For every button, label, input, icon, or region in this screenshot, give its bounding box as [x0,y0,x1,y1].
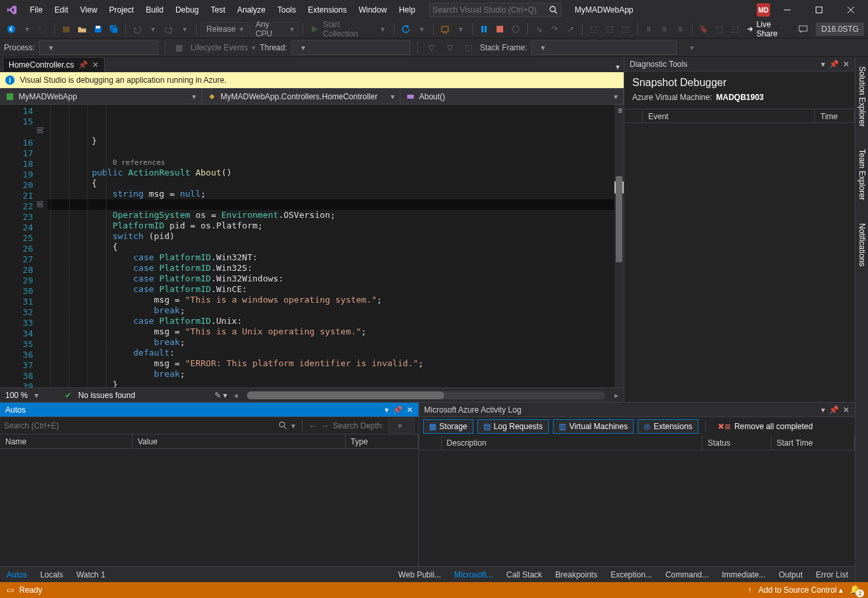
azure-filter-virtual-machines[interactable]: ▥Virtual Machines [553,419,634,434]
pen-icon[interactable]: ✎ ▾ [215,391,227,400]
menu-debug[interactable]: Debug [169,0,205,20]
fold-toggle[interactable]: − [37,201,43,207]
menu-view[interactable]: View [74,0,103,20]
quick-search-input[interactable] [432,5,549,15]
zoom-level[interactable]: 100 % [5,391,28,400]
col-value[interactable]: Value [132,434,346,448]
menu-help[interactable]: Help [393,0,421,20]
col-name[interactable]: Name [0,434,132,448]
rail-notifications[interactable]: Notifications [856,218,868,272]
close-button[interactable] [836,0,865,20]
window-position-icon[interactable]: ▾ [385,405,389,415]
menu-edit[interactable]: Edit [48,0,74,20]
col-start[interactable]: Start Time [771,436,855,450]
horizontal-scrollbar[interactable] [247,391,605,399]
nav-class[interactable]: MyMADWebApp.Controllers.HomeController▾ [202,89,401,104]
bottom-tab[interactable]: Breakpoints [553,567,600,583]
menu-extensions[interactable]: Extensions [302,0,353,20]
feedback-button[interactable] [796,22,810,36]
stop-button[interactable] [493,22,507,36]
pin-icon[interactable]: 📌 [829,60,839,69]
svg-point-6 [7,25,15,33]
browser-link-button[interactable] [438,22,452,36]
refresh-button[interactable] [399,22,413,36]
user-avatar[interactable]: MD [757,3,770,17]
notifications-button[interactable]: 🔔 2 [849,584,861,596]
window-position-icon[interactable]: ▾ [821,60,825,69]
nav-back-button[interactable] [4,22,19,36]
save-button[interactable] [91,22,105,36]
menu-tools[interactable]: Tools [271,0,302,20]
bottom-tab[interactable]: Call Stack [504,567,545,583]
nav-member[interactable]: About()▾ [401,89,624,104]
bottom-tab[interactable]: Error List [813,567,851,583]
nav-fwd-button: ▾ [20,22,34,36]
live-share-button[interactable]: Live Share [744,22,791,36]
bottom-tab[interactable]: Immediate... [719,567,768,583]
bottom-tab[interactable]: Locals [38,567,66,583]
nav-project[interactable]: MyMADWebApp▾ [0,89,202,104]
pause-button[interactable] [477,22,491,36]
autos-search-input[interactable] [4,421,275,430]
svg-rect-18 [799,26,807,31]
scm-button[interactable]: Add to Source Control ▴ [759,585,843,595]
search-icon[interactable] [279,421,287,430]
document-tab[interactable]: HomeController.cs 📌 ✕ [3,57,105,72]
pin-icon[interactable]: 📌 [829,405,839,415]
azure-filter-storage[interactable]: ▦Storage [423,419,473,434]
branch-indicator[interactable]: D16.0STG [816,23,864,36]
pin-icon[interactable]: 📌 [78,60,88,70]
thread-combo[interactable]: ▾ [291,40,410,55]
config-combo[interactable]: Release▾ [201,22,248,36]
bottom-tab[interactable]: Command... [663,567,711,583]
tabwell-dropdown-icon[interactable]: ▾ [616,62,620,72]
maximize-button[interactable] [804,0,834,20]
bottom-tab[interactable]: Exception... [608,567,655,583]
main-menu: FileEditViewProjectBuildDebugTestAnalyze… [24,0,421,20]
remove-completed-button[interactable]: ✖≣ Remove all completed [712,419,818,434]
depth-combo[interactable]: ▾ [388,419,414,433]
scm-up-icon: ↑ [748,585,752,595]
azure-filter-extensions[interactable]: ◎Extensions [638,419,699,434]
rail-team-explorer[interactable]: Team Explorer [856,144,868,205]
bottom-tab[interactable]: Output [776,567,805,583]
menu-file[interactable]: File [24,0,48,20]
process-combo[interactable]: ▾ [39,40,158,55]
menu-project[interactable]: Project [103,0,140,20]
close-panel-icon[interactable]: ✕ [843,60,849,69]
col-time[interactable]: Time [815,109,855,123]
minimize-button[interactable] [773,0,802,20]
menu-window[interactable]: Window [353,0,393,20]
bottom-tab[interactable]: Watch 1 [73,567,108,583]
bottom-tab[interactable]: Autos [4,567,30,583]
line-gutter: − − 1415 1617181920212223242526272829303… [0,105,48,387]
bottom-tab[interactable]: Web Publi... [396,567,444,583]
open-file-button[interactable] [75,22,89,36]
platform-combo[interactable]: Any CPU▾ [250,22,299,36]
close-panel-icon[interactable]: ✕ [407,405,413,415]
quick-search[interactable] [429,3,561,17]
code-area[interactable]: } 0 references public ActionResult About… [48,105,624,387]
azure-title: Microsoft Azure Activity Log [424,405,522,415]
azure-filter-log-requests[interactable]: ▤Log Requests [477,419,549,434]
split-icon[interactable]: ≡ [618,106,622,115]
code-editor[interactable]: − − 1415 1617181920212223242526272829303… [0,105,624,387]
fold-toggle[interactable]: − [37,127,43,133]
col-event[interactable]: Event [643,109,815,123]
close-panel-icon[interactable]: ✕ [843,405,849,415]
menu-build[interactable]: Build [140,0,169,20]
bottom-tab[interactable]: Microsoft... [452,567,496,583]
col-desc[interactable]: Description [442,436,702,450]
col-status[interactable]: Status [702,436,771,450]
close-tab-icon[interactable]: ✕ [92,60,99,70]
vertical-scrollbar[interactable]: ≡ [614,105,624,387]
menu-test[interactable]: Test [205,0,231,20]
save-all-button[interactable] [107,22,121,36]
col-type[interactable]: Type [346,434,418,448]
rail-solution-explorer[interactable]: Solution Explorer [856,61,868,132]
vscroll-thumb[interactable] [616,176,622,262]
window-position-icon[interactable]: ▾ [821,405,825,415]
pin-icon[interactable]: 📌 [393,405,403,415]
stackframe-combo[interactable]: ▾ [531,40,677,55]
menu-analyze[interactable]: Analyze [231,0,271,20]
